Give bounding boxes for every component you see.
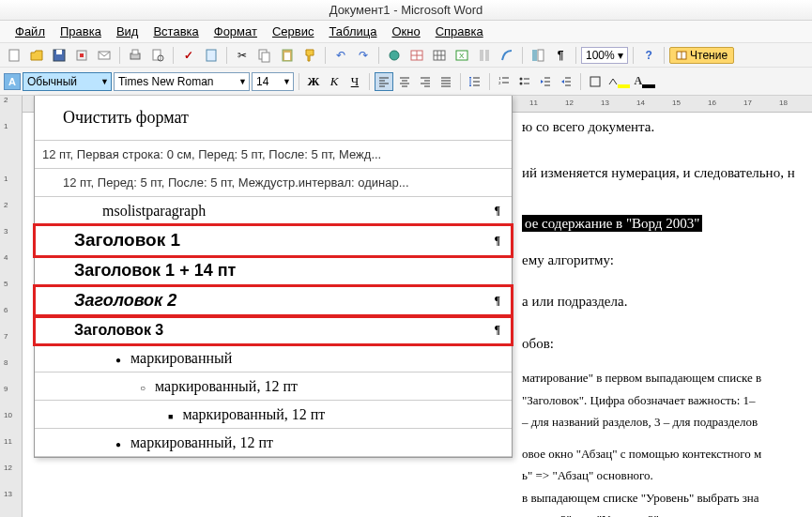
style-msolist[interactable]: msolistparagraph ¶	[35, 197, 512, 225]
svg-rect-28	[538, 50, 544, 61]
align-center-button[interactable]	[395, 72, 414, 91]
font-color-button[interactable]: A	[633, 73, 657, 90]
print-icon[interactable]	[125, 45, 146, 66]
separator	[369, 73, 370, 90]
mail-icon[interactable]	[94, 45, 115, 66]
vertical-ruler: 2112345678910111213	[0, 96, 23, 517]
paragraph-icon: ¶	[495, 294, 500, 308]
bullet-list-button[interactable]	[515, 72, 534, 91]
insert-table-icon[interactable]	[429, 45, 450, 66]
svg-point-56	[519, 82, 522, 84]
paste-icon[interactable]	[277, 45, 298, 66]
separator	[664, 47, 665, 64]
style-combo[interactable]: Обычный▼	[23, 72, 112, 91]
doc-line: ему алгоритму:	[522, 250, 812, 271]
svg-rect-25	[480, 50, 483, 61]
cut-icon[interactable]: ✂	[232, 45, 253, 66]
standard-toolbar: ✓ ✂ ↶ ↷ X ¶ 100% ▾ ? Чтение	[0, 43, 812, 68]
align-left-button[interactable]	[375, 72, 393, 91]
style-dropdown-panel: Очистить формат 12 пт, Первая строка: 0 …	[34, 96, 513, 458]
style-heading-1-14pt[interactable]: Заголовок 1 + 14 пт	[35, 256, 512, 286]
reading-mode-button[interactable]: Чтение	[669, 47, 734, 64]
separator	[575, 47, 576, 64]
copy-icon[interactable]	[254, 45, 275, 66]
numbered-list-button[interactable]: 12	[495, 72, 513, 91]
separator	[522, 47, 523, 64]
doc-line: ровень 2" или "Уровень 3".	[522, 510, 812, 517]
menu-edit[interactable]: Правка	[53, 23, 109, 40]
drawing-icon[interactable]	[497, 45, 517, 66]
chevron-down-icon: ▼	[100, 77, 109, 86]
spellcheck-icon[interactable]: ✓	[178, 45, 199, 66]
svg-rect-26	[485, 50, 489, 61]
preview-icon[interactable]	[147, 45, 168, 66]
decrease-indent-button[interactable]	[536, 72, 555, 91]
separator	[580, 73, 581, 90]
show-marks-icon[interactable]: ¶	[550, 45, 571, 66]
permission-icon[interactable]	[71, 45, 92, 66]
svg-rect-8	[153, 50, 161, 60]
svg-rect-64	[590, 77, 600, 86]
menu-tools[interactable]: Сервис	[265, 23, 322, 40]
style-bulleted-3[interactable]: маркированный, 12 пт	[35, 401, 512, 429]
line-spacing-button[interactable]	[466, 72, 484, 91]
svg-rect-2	[56, 50, 62, 54]
menu-format[interactable]: Формат	[207, 23, 265, 40]
style-desc-2[interactable]: 12 пт, Перед: 5 пт, После: 5 пт, Междуст…	[35, 169, 512, 197]
style-clear-format[interactable]: Очистить формат	[35, 96, 512, 141]
doc-line: овое окно "Абзац" с помощью контекстного…	[522, 445, 812, 464]
menu-window[interactable]: Окно	[384, 23, 427, 40]
excel-icon[interactable]: X	[452, 45, 472, 66]
menu-insert[interactable]: Вставка	[146, 23, 206, 40]
menu-view[interactable]: Вид	[109, 23, 146, 40]
document-body[interactable]: ю со всего документа. ий изменяется нуме…	[522, 116, 812, 517]
svg-text:X: X	[459, 52, 465, 60]
separator	[489, 73, 490, 90]
styles-pane-icon[interactable]: A	[4, 73, 21, 90]
doc-line: обов:	[522, 333, 812, 355]
underline-button[interactable]: Ч	[345, 72, 364, 91]
open-icon[interactable]	[26, 45, 47, 66]
redo-icon[interactable]: ↷	[353, 45, 374, 66]
workspace: 2112345678910111213 1112131415161718 Очи…	[0, 96, 812, 517]
font-size-combo[interactable]: 14▼	[252, 72, 294, 91]
highlight-color-button[interactable]	[606, 73, 631, 90]
doc-line: "Заголовок". Цифра обозначает важность: …	[522, 391, 812, 410]
hyperlink-icon[interactable]	[384, 45, 405, 66]
style-bulleted-2[interactable]: маркированный, 12 пт	[35, 373, 512, 401]
svg-rect-12	[262, 53, 269, 62]
doc-line: ь" => "Абзац" основного.	[522, 466, 812, 485]
research-icon[interactable]	[201, 45, 222, 66]
format-painter-icon[interactable]	[299, 45, 320, 66]
paragraph-icon: ¶	[495, 323, 500, 337]
svg-rect-14	[284, 53, 290, 60]
menu-file[interactable]: Файл	[8, 23, 53, 40]
menu-help[interactable]: Справка	[428, 23, 491, 40]
style-heading-2[interactable]: Заголовок 2 ¶	[35, 286, 512, 316]
style-bulleted-1[interactable]: маркированный	[35, 344, 512, 373]
doc-map-icon[interactable]	[528, 45, 548, 66]
italic-button[interactable]: К	[325, 72, 344, 91]
style-desc-1[interactable]: 12 пт, Первая строка: 0 см, Перед: 5 пт,…	[35, 141, 512, 169]
bold-button[interactable]: Ж	[304, 72, 323, 91]
help-icon[interactable]: ?	[638, 45, 659, 66]
style-heading-1[interactable]: Заголовок 1 ¶	[35, 225, 512, 256]
style-heading-3[interactable]: Заголовок 3 ¶	[35, 316, 512, 344]
new-doc-icon[interactable]	[4, 45, 24, 66]
paragraph-icon: ¶	[495, 234, 500, 248]
undo-icon[interactable]: ↶	[330, 45, 351, 66]
align-justify-button[interactable]	[437, 72, 455, 91]
tables-borders-icon[interactable]	[406, 45, 427, 66]
align-right-button[interactable]	[416, 72, 435, 91]
style-bulleted-4[interactable]: маркированный, 12 пт	[35, 429, 512, 457]
menu-table[interactable]: Таблица	[321, 23, 384, 40]
columns-icon[interactable]	[474, 45, 495, 66]
svg-rect-4	[80, 53, 84, 57]
zoom-combo[interactable]: 100% ▾	[581, 47, 628, 64]
save-icon[interactable]	[49, 45, 69, 66]
increase-indent-button[interactable]	[557, 72, 575, 91]
chevron-down-icon: ▼	[238, 77, 247, 86]
font-combo[interactable]: Times New Roman▼	[114, 72, 250, 91]
paragraph-icon: ¶	[495, 204, 500, 218]
borders-button[interactable]	[586, 72, 605, 91]
